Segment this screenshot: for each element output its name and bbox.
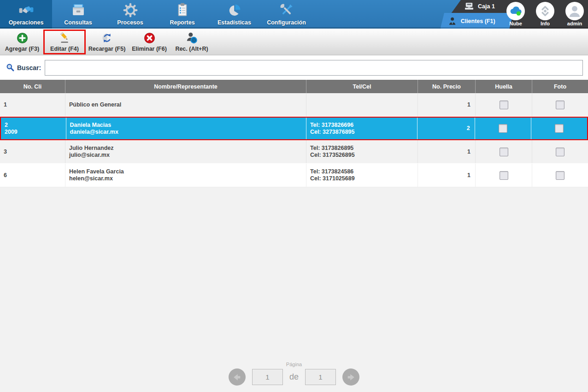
module-indicator-clientes[interactable]: Clientes (F1) (441, 13, 513, 29)
tab-procesos[interactable]: Procesos (104, 0, 156, 29)
cell-cel: Cel: 3273876895 (310, 129, 417, 136)
table-header: No. Cli Nombre/Representante Tel/Cel No.… (0, 80, 588, 93)
column-header-no-precio[interactable]: No. Precio (418, 80, 476, 93)
current-page-input[interactable] (252, 369, 283, 385)
cell-no-cli-alt: 2009 (5, 129, 66, 136)
arrow-right-icon (346, 372, 356, 382)
handshake-icon (18, 2, 34, 18)
toolbar: Agregar (F3) Editar (F4) Recargar (F5) (0, 29, 588, 55)
cell-cel: Cel: 3173526895 (310, 152, 417, 159)
person-record-icon (186, 32, 198, 44)
tab-label: Procesos (117, 19, 143, 26)
page-separator: de (289, 372, 299, 382)
x-circle-icon (143, 32, 156, 44)
tab-label: Configuración (267, 19, 306, 26)
column-header-huella[interactable]: Huella (476, 80, 532, 93)
archive-icon (71, 2, 86, 18)
tab-consultas[interactable]: Consultas (52, 0, 104, 29)
cell-no-precio: 1 (467, 172, 470, 179)
tab-configuracion[interactable]: Configuración (260, 0, 312, 29)
agregar-button[interactable]: Agregar (F3) (1, 30, 43, 54)
pie-chart-icon (227, 2, 242, 18)
foto-checkbox[interactable] (556, 171, 564, 180)
next-page-button[interactable] (342, 368, 359, 386)
huella-checkbox[interactable] (499, 124, 507, 133)
cloud-icon (508, 3, 523, 19)
refresh-icon (101, 32, 113, 44)
recargar-button[interactable]: Recargar (F5) (86, 30, 128, 54)
foto-checkbox[interactable] (556, 148, 564, 156)
nube-button[interactable]: Nube (505, 2, 527, 26)
plus-circle-icon (16, 32, 29, 44)
admin-button[interactable]: admin (564, 2, 586, 26)
cell-no-precio: 1 (467, 148, 470, 155)
info-button[interactable]: Info (534, 2, 556, 26)
column-header-telcel[interactable]: Tel/Cel (306, 80, 418, 93)
cell-no-cli: 3 (4, 148, 65, 155)
cell-no-precio: 1 (467, 101, 470, 108)
cell-no-cli: 6 (4, 172, 65, 179)
table-row-daniela-macias-selected[interactable]: 2 2009 Daniela Macias daniela@sicar.mx T… (0, 117, 588, 140)
tab-label: Estadísticas (218, 19, 251, 26)
pagination-label: Página (286, 362, 302, 367)
editar-label: Editar (F4) (50, 46, 79, 52)
clipboard-icon (175, 2, 190, 18)
cell-name: Daniela Macias (70, 122, 306, 129)
editar-button[interactable]: Editar (F4) (43, 30, 86, 54)
nube-label: Nube (509, 21, 522, 26)
column-header-foto[interactable]: Foto (532, 80, 588, 93)
clientes-table: No. Cli Nombre/Representante Tel/Cel No.… (0, 80, 588, 187)
search-icon (6, 63, 15, 72)
table-row-helen-favela-garcia[interactable]: 6 Helen Favela Garcia helen@sicar.mx Tel… (0, 164, 588, 187)
cash-register-icon (464, 2, 475, 11)
top-nav: Operaciones Consultas (0, 0, 588, 29)
arrow-left-icon (232, 372, 242, 382)
cell-no-cli: 2 (5, 122, 66, 129)
cell-email: daniela@sicar.mx (70, 129, 306, 136)
cell-no-cli: 1 (4, 101, 65, 108)
cell-email: julio@sicar.mx (69, 152, 306, 159)
cell-tel: Tel: 3173826895 (310, 145, 417, 152)
tab-label: Reportes (170, 19, 194, 26)
tab-reportes[interactable]: Reportes (156, 0, 208, 29)
tab-operaciones[interactable]: Operaciones (0, 0, 52, 29)
cell-email: helen@sicar.mx (69, 175, 306, 182)
tab-label: Operaciones (9, 19, 44, 26)
gear-icon (123, 2, 138, 18)
pencil-icon (59, 32, 71, 44)
huella-checkbox[interactable] (500, 101, 508, 109)
person-icon (448, 17, 457, 25)
table-row-julio-hernandez[interactable]: 3 Julio Hernandez julio@sicar.mx Tel: 31… (0, 140, 588, 164)
cell-cel: Cel: 3171025689 (310, 175, 417, 182)
admin-label: admin (567, 21, 582, 26)
foto-checkbox[interactable] (556, 101, 564, 109)
cell-tel: Tel: 3173824586 (310, 168, 417, 175)
huella-checkbox[interactable] (500, 171, 508, 180)
quick-icons: Nube Info a (505, 2, 586, 26)
table-row-publico-en-general[interactable]: 1 Público en General 1 (0, 93, 588, 117)
cell-name: Julio Hernandez (69, 145, 306, 152)
pagination: Página de (0, 362, 588, 386)
cell-tel: Tel: 3173826696 (310, 122, 417, 129)
column-header-no-cli[interactable]: No. Cli (0, 80, 65, 93)
search-label: Buscar: (17, 64, 41, 71)
column-header-nombre[interactable]: Nombre/Representante (65, 80, 306, 93)
tab-label: Consultas (64, 19, 92, 26)
nav-right-cluster: Caja 1 Clientes (F1) Nub (431, 0, 588, 29)
station-indicator[interactable]: Caja 1 (464, 2, 495, 11)
tab-estadisticas[interactable]: Estadísticas (208, 0, 260, 29)
foto-checkbox[interactable] (555, 124, 564, 133)
module-label: Clientes (F1) (461, 18, 495, 24)
agregar-label: Agregar (F3) (5, 46, 39, 52)
prev-page-button[interactable] (229, 368, 246, 386)
total-pages-input[interactable] (305, 369, 336, 385)
recargar-label: Recargar (F5) (88, 46, 126, 52)
huella-checkbox[interactable] (500, 148, 508, 156)
search-bar: Buscar: (0, 55, 588, 80)
eliminar-button[interactable]: Eliminar (F6) (128, 30, 171, 54)
info-label: Info (541, 21, 550, 26)
station-label: Caja 1 (478, 3, 495, 10)
info-diamond-icon (537, 3, 553, 19)
search-input[interactable] (45, 60, 583, 76)
rec-button[interactable]: Rec. (Alt+R) (171, 30, 213, 54)
